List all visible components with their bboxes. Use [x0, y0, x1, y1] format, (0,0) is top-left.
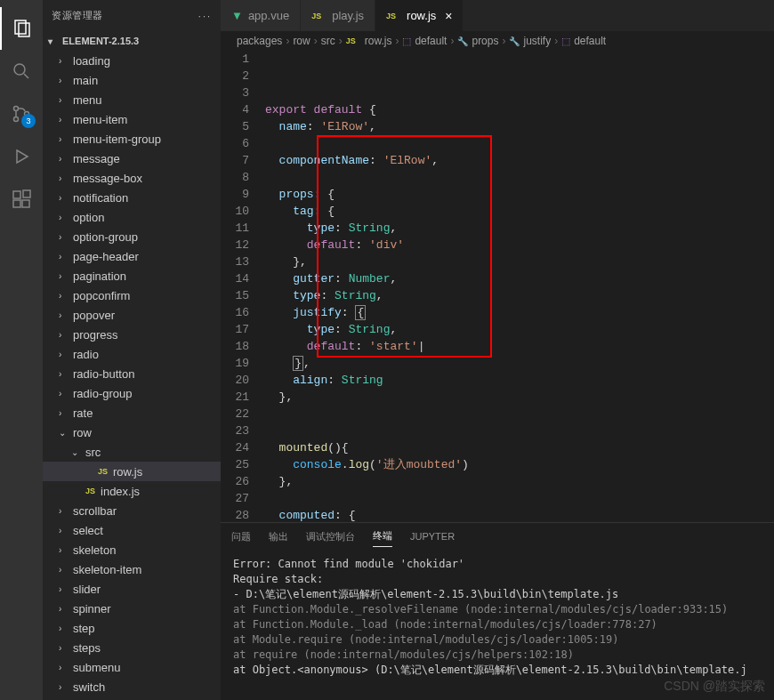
editor-tab[interactable]: JSplay.js [301, 0, 375, 31]
folder-item[interactable]: ›notification [43, 188, 221, 207]
chevron-right-icon: › [59, 134, 73, 144]
tree-item-label: slider [73, 583, 101, 596]
folder-item[interactable]: ›message-box [43, 168, 221, 188]
chevron-right-icon: › [502, 35, 505, 47]
folder-item[interactable]: ›scrollbar [43, 501, 221, 520]
breadcrumb-item[interactable]: justify [523, 35, 551, 47]
tree-item-label: radio-group [73, 387, 133, 400]
tree-item-label: step [73, 622, 95, 635]
symbol-icon: ⬚ [402, 36, 411, 47]
chevron-right-icon: › [339, 35, 343, 47]
folder-item[interactable]: ›radio-button [43, 364, 221, 383]
folder-item[interactable]: ›submenu [43, 657, 221, 677]
chevron-right-icon: › [59, 369, 73, 379]
chevron-right-icon: › [59, 624, 73, 633]
folder-item[interactable]: ›message [43, 149, 221, 168]
chevron-right-icon: › [59, 526, 73, 535]
tree-item-label: page-header [73, 250, 139, 263]
activity-extensions[interactable] [0, 178, 43, 221]
project-name: ELEMENT-2.15.3 [62, 36, 139, 46]
terminal-output[interactable]: Error: Cannot find module 'chokidar'Requ… [221, 550, 774, 700]
folder-item[interactable]: ⌄src [43, 442, 221, 462]
panel-tab[interactable]: 终端 [373, 526, 392, 547]
folder-item[interactable]: ›radio-group [43, 383, 221, 403]
panel-tab[interactable]: 调试控制台 [306, 527, 355, 547]
chevron-down-icon: ▾ [48, 36, 62, 46]
file-item[interactable]: JSrow.js [43, 462, 221, 481]
panel-tab[interactable]: JUPYTER [410, 527, 455, 545]
tab-label: app.vue [248, 9, 289, 22]
project-header[interactable]: ▾ ELEMENT-2.15.3 [43, 31, 221, 51]
folder-item[interactable]: ›progress [43, 325, 221, 344]
folder-item[interactable]: ›page-header [43, 246, 221, 266]
folder-item[interactable]: ›steps [43, 638, 221, 657]
chevron-down-icon: ⌄ [59, 428, 73, 438]
breadcrumb-item[interactable]: default [415, 35, 447, 47]
scm-badge: 3 [21, 114, 36, 128]
breadcrumb-item[interactable]: src [321, 35, 335, 47]
code-content[interactable]: export default { name: 'ElRow', componen… [265, 51, 774, 522]
folder-item[interactable]: ›radio [43, 344, 221, 364]
panel-tab[interactable]: 问题 [231, 527, 251, 547]
activity-scm[interactable]: 3 [0, 93, 43, 135]
tree-item-label: loading [73, 54, 110, 68]
file-item[interactable]: JSindex.js [43, 481, 221, 501]
tree-item-label: notification [73, 191, 128, 205]
chevron-right-icon: › [59, 565, 73, 575]
tree-item-label: pagination [73, 270, 126, 283]
folder-item[interactable]: ⌄row [43, 422, 221, 442]
folder-item[interactable]: ›spinner [43, 599, 221, 618]
chevron-right-icon: › [59, 663, 73, 672]
tree-item-label: index.js [101, 485, 140, 498]
svg-marker-7 [17, 150, 28, 163]
folder-item[interactable]: ›select [43, 520, 221, 540]
breadcrumb-item[interactable]: row [293, 35, 310, 47]
editor-tab[interactable]: ▼app.vue [221, 0, 301, 31]
chevron-right-icon: › [59, 252, 73, 261]
js-file-icon: JS [386, 12, 396, 20]
tree-item-label: option [73, 211, 104, 224]
chevron-right-icon: › [59, 232, 73, 242]
editor-tab[interactable]: JSrow.js× [375, 0, 464, 31]
file-tree[interactable]: ›loading›main›menu›menu-item›menu-item-g… [43, 51, 221, 700]
folder-item[interactable]: ›tab-pane [43, 696, 221, 700]
folder-item[interactable]: ›rate [43, 403, 221, 422]
activity-search[interactable] [0, 50, 43, 93]
vue-icon: ▼ [231, 9, 243, 22]
chevron-right-icon: › [59, 193, 73, 203]
breadcrumb-item[interactable]: packages [237, 35, 282, 47]
folder-item[interactable]: ›main [43, 70, 221, 90]
breadcrumb-item[interactable]: row.js [365, 35, 392, 47]
activity-explorer[interactable] [0, 7, 43, 50]
chevron-right-icon: › [59, 95, 73, 105]
tree-item-label: radio [73, 348, 99, 361]
folder-item[interactable]: ›menu-item-group [43, 129, 221, 149]
folder-item[interactable]: ›step [43, 618, 221, 638]
folder-item[interactable]: ›skeleton-item [43, 559, 221, 579]
panel-tab[interactable]: 输出 [269, 527, 288, 547]
folder-item[interactable]: ›slider [43, 579, 221, 599]
close-icon[interactable]: × [445, 9, 452, 23]
folder-item[interactable]: ›menu-item [43, 109, 221, 129]
folder-item[interactable]: ›menu [43, 90, 221, 109]
folder-item[interactable]: ›option [43, 207, 221, 227]
folder-item[interactable]: ›pagination [43, 266, 221, 286]
line-gutter: 1234567891011121314151617181920212223242… [221, 51, 265, 522]
activity-debug[interactable] [0, 135, 43, 178]
code-editor[interactable]: 1234567891011121314151617181920212223242… [221, 51, 774, 522]
folder-item[interactable]: ›loading [43, 51, 221, 70]
tree-item-label: src [85, 446, 101, 459]
breadcrumb[interactable]: packages›row›src›JSrow.js›⬚default›🔧prop… [221, 31, 774, 51]
symbol-icon: ⬚ [561, 36, 570, 47]
js-file-icon: JS [85, 487, 95, 495]
breadcrumb-item[interactable]: default [574, 35, 606, 47]
tree-item-label: skeleton [73, 543, 116, 557]
svg-line-3 [24, 74, 28, 78]
folder-item[interactable]: ›option-group [43, 227, 221, 246]
folder-item[interactable]: ›switch [43, 677, 221, 696]
folder-item[interactable]: ›popconfirm [43, 286, 221, 305]
folder-item[interactable]: ›skeleton [43, 540, 221, 559]
more-icon[interactable]: ··· [198, 11, 212, 21]
breadcrumb-item[interactable]: props [472, 35, 498, 47]
folder-item[interactable]: ›popover [43, 305, 221, 325]
